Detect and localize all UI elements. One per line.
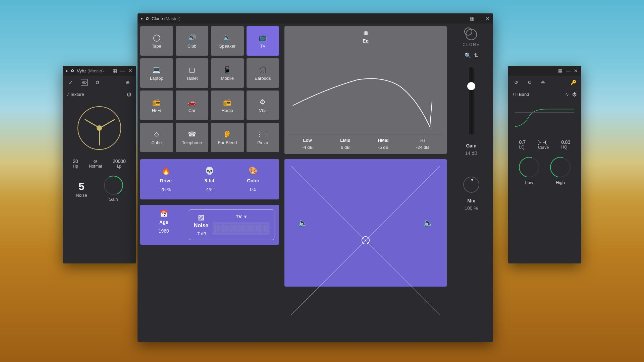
power-icon[interactable]: ⏻ xyxy=(572,92,577,97)
clone-right-column: CLONE 🔍 ⇅ Gain 14 dB Mix 100 % xyxy=(449,23,493,216)
close-icon[interactable]: ✕ xyxy=(574,68,578,73)
lp-control[interactable]: 20000Lp xyxy=(113,159,126,169)
band-titlebar: ▦ — ✕ xyxy=(508,66,581,76)
preset-telephone[interactable]: ☎Telephone xyxy=(176,123,209,152)
gain-slider-thumb[interactable] xyxy=(467,82,475,90)
hifi-icon: 📻 xyxy=(152,98,161,106)
earbuds-icon: 🎧 xyxy=(259,66,267,74)
zoom-sort-controls: 🔍 ⇅ xyxy=(465,52,478,59)
gain-knob-block: Gain xyxy=(104,176,123,202)
speaker-right-icon: 🔈 xyxy=(423,218,433,228)
close-icon[interactable]: ✕ xyxy=(486,16,490,21)
preset-tablet[interactable]: ▢Tablet xyxy=(176,58,209,88)
preset-tv[interactable]: 📺Tv xyxy=(247,26,279,56)
minimize-icon[interactable]: — xyxy=(566,68,571,73)
hq-control[interactable]: 0.83HQ xyxy=(561,139,570,149)
wave-icon[interactable]: ∿ xyxy=(565,92,569,97)
eq-band-hi[interactable]: Hi-24 dB xyxy=(416,138,429,150)
noise-type-dropdown[interactable]: TV ▾ xyxy=(213,214,269,219)
preset-radio[interactable]: 📻Radio xyxy=(211,90,244,120)
preset-earbuds[interactable]: 🎧Earbuds xyxy=(247,58,279,88)
noise-value: 5 xyxy=(76,180,87,193)
clone-logo-icon xyxy=(466,29,477,40)
power-icon[interactable]: ⏻ xyxy=(127,92,131,97)
minimize-icon[interactable]: — xyxy=(120,68,125,73)
speaker-left-icon: 🔈 xyxy=(298,218,308,228)
gear-icon[interactable]: ✿ xyxy=(146,16,149,21)
speaker-icon: 🔈 xyxy=(223,34,231,42)
key-icon[interactable]: 🔑 xyxy=(570,79,577,86)
eq-band-low[interactable]: Low-4 dB xyxy=(302,138,313,150)
texture-section-head: / Texture ⏻ xyxy=(63,89,136,100)
globe-icon[interactable]: ⊕ xyxy=(540,79,546,86)
8bit-control[interactable]: 💀8-bit2 % xyxy=(204,167,214,192)
vybz-titlebar: ▸ ✿ Vybz (Master) ▦ — ✕ xyxy=(63,66,136,76)
band-toolbar: ↺ ↻ ⊕ 🔑 xyxy=(508,76,581,89)
sort-icon[interactable]: ⇅ xyxy=(474,52,478,59)
lq-hq-row: 0.7LQ )- -(Curve 0.83HQ xyxy=(508,137,581,152)
close-icon[interactable]: ✕ xyxy=(128,68,132,73)
fan-icon xyxy=(77,106,121,150)
eq-band-hmid[interactable]: HMid-5 dB xyxy=(378,138,389,150)
curve-control[interactable]: )- -(Curve xyxy=(538,139,549,150)
preset-tape[interactable]: ◯Tape xyxy=(140,26,173,56)
mix-knob[interactable] xyxy=(463,177,479,193)
magnify-icon[interactable]: 🔍 xyxy=(465,52,471,59)
svg-point-3 xyxy=(365,239,366,241)
hd-icon[interactable]: HD xyxy=(81,79,88,86)
hp-control[interactable]: 20Hp xyxy=(73,159,78,169)
texture-label: / Texture xyxy=(67,92,84,97)
layers-icon[interactable]: ⧉ xyxy=(94,79,101,86)
preset-vhs[interactable]: ⚙Vhs xyxy=(247,90,279,120)
normal-control[interactable]: ⊘Normal xyxy=(89,159,102,169)
vybz-window: ▸ ✿ Vybz (Master) ▦ — ✕ ⤢ HD ⧉ ⊕ / Textu… xyxy=(63,66,136,263)
noise-icon: ▨ xyxy=(198,213,204,221)
tape-icon: ◯ xyxy=(153,34,160,42)
preset-mobile[interactable]: 📱Mobile xyxy=(211,58,244,88)
drive-control[interactable]: 🔥Drive28 % xyxy=(160,167,172,192)
preset-hifi[interactable]: 📻Hi-Fi xyxy=(140,90,173,120)
noise-waveform xyxy=(213,222,269,235)
preset-car[interactable]: 🚗Car xyxy=(176,90,209,120)
color-control[interactable]: 🎨Color0.5 xyxy=(247,167,260,192)
band-curve-display[interactable] xyxy=(514,105,576,132)
low-high-knob-row: Low High xyxy=(508,152,581,190)
band-window: ▦ — ✕ ↺ ↻ ⊕ 🔑 / II Band ∿ ⏻ 0.7LQ )- -(C… xyxy=(508,66,581,263)
grid-icon[interactable]: ▦ xyxy=(113,68,117,73)
eq-band-lmid[interactable]: LMid6 dB xyxy=(340,138,350,150)
stereo-xy-pad[interactable]: 🔈 🔈 xyxy=(284,159,447,287)
preset-club[interactable]: 🔊Club xyxy=(176,26,209,56)
grid-icon[interactable]: ▦ xyxy=(558,68,562,73)
redo-icon[interactable]: ↻ xyxy=(526,79,533,86)
expand-icon[interactable]: ▸ xyxy=(66,68,68,73)
expand-icon[interactable]: ▸ xyxy=(141,16,143,21)
clone-context: (Master) xyxy=(164,16,180,21)
gear-icon[interactable]: ✿ xyxy=(71,68,74,73)
preset-speaker[interactable]: 🔈Speaker xyxy=(211,26,244,56)
zoom-in-icon[interactable]: ⊕ xyxy=(124,79,131,86)
telephone-icon: ☎ xyxy=(188,130,196,138)
undo-icon[interactable]: ↺ xyxy=(513,79,520,86)
calendar-icon: 📅 xyxy=(145,209,183,218)
lq-control[interactable]: 0.7LQ xyxy=(519,139,526,149)
laptop-icon: 💻 xyxy=(152,66,161,74)
clone-titlebar: ▸ ✿ Clone (Master) ▦ — ✕ xyxy=(138,13,493,23)
grid-icon[interactable]: ▦ xyxy=(470,16,474,21)
expand-view-icon[interactable]: ⤢ xyxy=(67,79,74,86)
preset-earbleed[interactable]: 👂Ear Bleed xyxy=(211,123,244,152)
preset-laptop[interactable]: 💻Laptop xyxy=(140,58,173,88)
gain-slider[interactable] xyxy=(469,67,474,134)
low-knob[interactable] xyxy=(519,157,539,177)
minimize-icon[interactable]: — xyxy=(478,16,482,21)
eq-curve-display[interactable] xyxy=(288,45,443,132)
preset-piezo[interactable]: ⋮⋮Piezo xyxy=(247,123,279,152)
preset-cube[interactable]: ◇Cube xyxy=(140,123,173,152)
clone-title: Clone xyxy=(152,16,163,21)
high-knob[interactable] xyxy=(550,157,571,177)
gain-knob[interactable] xyxy=(104,176,123,195)
gain-label-block: Gain 14 dB xyxy=(465,143,478,156)
8bit-icon: 💀 xyxy=(204,167,214,175)
vybz-title: Vybz xyxy=(77,68,86,73)
clone-logo: CLONE xyxy=(463,29,480,47)
age-control[interactable]: 📅 Age 1960 xyxy=(145,209,183,240)
